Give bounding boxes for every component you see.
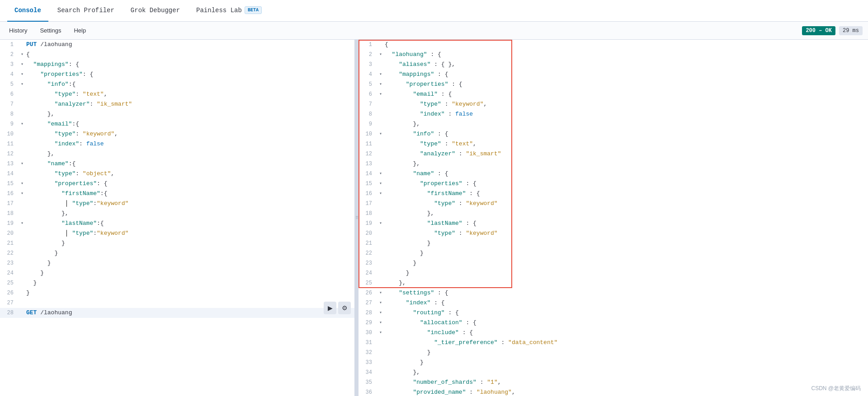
editor-line-25: 25 } — [0, 278, 354, 288]
response-line-18: 18 }, — [359, 209, 868, 219]
editor-content[interactable]: 1 PUT /laohuang 2 ▾ { 3 ▾ "mappings": { … — [0, 40, 354, 396]
response-line-22: 22 } — [359, 248, 868, 258]
status-area: 200 – OK 29 ms — [802, 26, 863, 35]
editor-line-13: 13 ▾ "name":{ — [0, 159, 354, 169]
response-line-10: 10 ▾ "info" : { — [359, 129, 868, 139]
editor-line-19: 19 ▾ "lastName":{ — [0, 219, 354, 228]
response-content[interactable]: 1 { 2 ▾ "laohuang" : { 3 "aliases" : { }… — [359, 40, 868, 396]
response-line-32: 32 } — [359, 348, 868, 358]
response-line-34: 34 }, — [359, 368, 868, 377]
editor-line-10: 10 "type": "keyword", — [0, 129, 354, 139]
editor-line-6: 6 "type": "text", — [0, 89, 354, 99]
response-line-28: 28 ▾ "routing" : { — [359, 308, 868, 318]
toolbar: History Settings Help 200 – OK 29 ms — [0, 22, 868, 40]
response-line-17: 17 "type" : "keyword" — [359, 199, 868, 209]
editor-line-22: 22 } — [0, 248, 354, 258]
main-area: 1 PUT /laohuang 2 ▾ { 3 ▾ "mappings": { … — [0, 40, 868, 396]
history-button[interactable]: History — [5, 25, 31, 36]
response-line-5: 5 ▾ "properties" : { — [359, 79, 868, 89]
editor-line-11: 11 "index": false — [0, 139, 354, 149]
response-line-24: 24 } — [359, 268, 868, 278]
editor-line-9: 9 ▾ "email":{ — [0, 119, 354, 129]
editor-line-16: 16 ▾ "firstName":{ — [0, 189, 354, 199]
tools-button[interactable]: ⚙ — [338, 302, 351, 314]
response-line-36: 36 "provided_name" : "laohuang", — [359, 387, 868, 396]
tab-console[interactable]: Console — [7, 0, 48, 22]
status-badge: 200 – OK — [802, 26, 835, 35]
editor-line-14: 14 "type": "object", — [0, 169, 354, 179]
response-line-12: 12 "analyzer" : "ik_smart" — [359, 149, 868, 159]
tab-search-profiler[interactable]: Search Profiler — [50, 0, 122, 22]
response-line-31: 31 "_tier_preference" : "data_content" — [359, 338, 868, 348]
settings-button[interactable]: Settings — [36, 25, 65, 36]
editor-line-1: 1 PUT /laohuang — [0, 40, 354, 50]
editor-line-2: 2 ▾ { — [0, 50, 354, 60]
editor-line-21: 21 } — [0, 238, 354, 248]
time-badge: 29 ms — [839, 26, 863, 35]
editor-line-12: 12 }, — [0, 149, 354, 159]
watermark: CSDN @老黄爱编码 — [811, 385, 861, 392]
response-line-13: 13 }, — [359, 159, 868, 169]
response-line-23: 23 } — [359, 258, 868, 268]
editor-line-20: 20 │ "type":"keyword" — [0, 228, 354, 238]
response-line-35: 35 "number_of_shards" : "1", — [359, 377, 868, 387]
toolbar-left: History Settings Help — [5, 25, 90, 36]
editor-line-5: 5 ▾ "info":{ — [0, 79, 354, 89]
help-button[interactable]: Help — [70, 25, 90, 36]
response-line-33: 33 } — [359, 358, 868, 368]
tab-grok-debugger[interactable]: Grok Debugger — [123, 0, 187, 22]
response-line-25: 25 }, — [359, 278, 868, 288]
response-line-21: 21 } — [359, 238, 868, 248]
editor-line-18: 18 }, — [0, 209, 354, 219]
response-line-29: 29 ▾ "allocation" : { — [359, 318, 868, 328]
response-pane: 1 { 2 ▾ "laohuang" : { 3 "aliases" : { }… — [359, 40, 868, 396]
editor-pane: 1 PUT /laohuang 2 ▾ { 3 ▾ "mappings": { … — [0, 40, 355, 396]
editor-line-4: 4 ▾ "properties": { — [0, 70, 354, 79]
response-line-6: 6 ▾ "email" : { — [359, 89, 868, 99]
editor-line-17: 17 │ "type":"keyword" — [0, 199, 354, 209]
response-line-8: 8 "index" : false — [359, 109, 868, 119]
response-line-9: 9 }, — [359, 119, 868, 129]
editor-line-3: 3 ▾ "mappings": { — [0, 60, 354, 70]
editor-line-24: 24 } — [0, 268, 354, 278]
editor-line-23: 23 } — [0, 258, 354, 268]
editor-line-8: 8 }, — [0, 109, 354, 119]
response-line-4: 4 ▾ "mappings" : { — [359, 70, 868, 79]
editor-line-28: 28 GET /laohuang ▶ ⚙ — [0, 308, 354, 318]
beta-badge: BETA — [245, 6, 262, 14]
response-line-30: 30 ▾ "include" : { — [359, 328, 868, 338]
response-line-16: 16 ▾ "firstName" : { — [359, 189, 868, 199]
pane-splitter[interactable]: ⠿ — [355, 40, 359, 396]
editor-line-26: 26 } — [0, 288, 354, 298]
editor-line-7: 7 "analyzer": "ik_smart" — [0, 99, 354, 109]
response-line-26: 26 ▾ "settings" : { — [359, 288, 868, 298]
editor-line-27: 27 — [0, 298, 354, 308]
response-line-3: 3 "aliases" : { }, — [359, 60, 868, 70]
action-buttons: ▶ ⚙ — [324, 302, 351, 314]
run-button[interactable]: ▶ — [324, 302, 336, 314]
top-nav: Console Search Profiler Grok Debugger Pa… — [0, 0, 868, 22]
response-line-27: 27 ▾ "index" : { — [359, 298, 868, 308]
response-line-1: 1 { — [359, 40, 868, 50]
response-line-15: 15 ▾ "properties" : { — [359, 179, 868, 189]
editor-line-15: 15 ▾ "properties": { — [0, 179, 354, 189]
response-line-19: 19 ▾ "lastName" : { — [359, 219, 868, 228]
tab-painless-lab[interactable]: Painless Lab BETA — [189, 0, 269, 22]
response-line-11: 11 "type" : "text", — [359, 139, 868, 149]
response-line-7: 7 "type" : "keyword", — [359, 99, 868, 109]
response-line-20: 20 "type" : "keyword" — [359, 228, 868, 238]
response-line-2: 2 ▾ "laohuang" : { — [359, 50, 868, 60]
response-line-14: 14 ▾ "name" : { — [359, 169, 868, 179]
